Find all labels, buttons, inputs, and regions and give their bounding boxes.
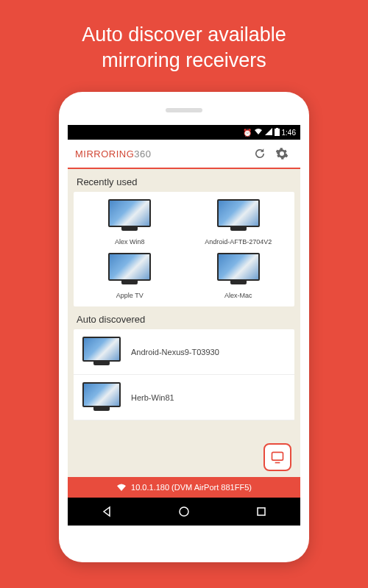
- home-button[interactable]: [169, 503, 199, 520]
- svg-rect-4: [258, 508, 265, 515]
- gear-icon: [275, 147, 289, 160]
- receiver-label: Android-AFTB-2704V2: [205, 238, 272, 245]
- android-nav-bar: [68, 498, 300, 526]
- receiver-list-item[interactable]: Android-Nexus9-T03930: [74, 329, 294, 375]
- receiver-grid-item[interactable]: Android-AFTB-2704V2: [186, 199, 291, 245]
- monitor-icon: [82, 382, 121, 407]
- refresh-button[interactable]: [249, 143, 271, 165]
- monitor-icon: [108, 199, 151, 227]
- receiver-label: Alex-Mac: [224, 292, 252, 299]
- receiver-grid-item[interactable]: Alex-Mac: [186, 253, 291, 299]
- refresh-icon: [253, 147, 266, 160]
- phone-screen: ⏰ 1:46 MIRRORING360 Recently: [68, 125, 300, 526]
- settings-button[interactable]: [271, 143, 293, 165]
- back-button[interactable]: [92, 503, 121, 520]
- svg-point-3: [180, 507, 188, 516]
- wifi-icon: [254, 128, 263, 137]
- cast-fab-button[interactable]: [263, 443, 291, 471]
- recent-header: Recently used: [68, 169, 300, 192]
- svg-rect-2: [272, 453, 283, 461]
- monitor-icon: [217, 199, 260, 227]
- monitor-icon: [108, 253, 151, 281]
- receiver-grid-item[interactable]: Apple TV: [77, 253, 183, 299]
- signal-icon: [265, 128, 272, 137]
- receiver-label: Herb-Win81: [131, 393, 286, 402]
- network-bar[interactable]: 10.0.1.180 (DVM AirPort 881FF5): [68, 477, 300, 498]
- svg-rect-0: [275, 129, 280, 136]
- monitor-icon: [82, 337, 121, 362]
- receiver-label: Apple TV: [116, 292, 144, 299]
- discovered-header: Auto discovered: [68, 306, 300, 329]
- app-title: MIRRORING360: [75, 148, 249, 159]
- phone-speaker: [166, 108, 202, 112]
- receiver-label: Alex Win8: [115, 238, 145, 245]
- phone-frame: ⏰ 1:46 MIRRORING360 Recently: [59, 92, 309, 562]
- receiver-list-item[interactable]: Herb-Win81: [74, 375, 294, 420]
- android-status-bar: ⏰ 1:46: [68, 125, 300, 140]
- receiver-label: Android-Nexus9-T03930: [131, 348, 286, 356]
- content-area: Recently used Alex Win8 Android-AFTB-270…: [68, 169, 300, 477]
- square-icon: [255, 506, 267, 517]
- recents-button[interactable]: [247, 503, 276, 520]
- alarm-icon: ⏰: [243, 129, 252, 137]
- network-text: 10.0.1.180 (DVM AirPort 881FF5): [131, 483, 252, 492]
- home-icon: [178, 506, 190, 517]
- app-bar: MIRRORING360: [68, 140, 300, 169]
- status-time: 1:46: [282, 129, 296, 137]
- promo-headline: Auto discover available mirroring receiv…: [82, 22, 286, 74]
- recent-grid: Alex Win8 Android-AFTB-2704V2 Apple TV A…: [74, 192, 294, 306]
- monitor-icon: [217, 253, 260, 281]
- wifi-icon: [116, 483, 127, 492]
- back-icon: [101, 506, 113, 517]
- battery-icon: [275, 128, 280, 137]
- receiver-grid-item[interactable]: Alex Win8: [77, 199, 183, 245]
- cast-icon: [270, 450, 285, 465]
- discovered-list: Android-Nexus9-T03930 Herb-Win81: [74, 329, 294, 420]
- svg-rect-1: [276, 128, 278, 129]
